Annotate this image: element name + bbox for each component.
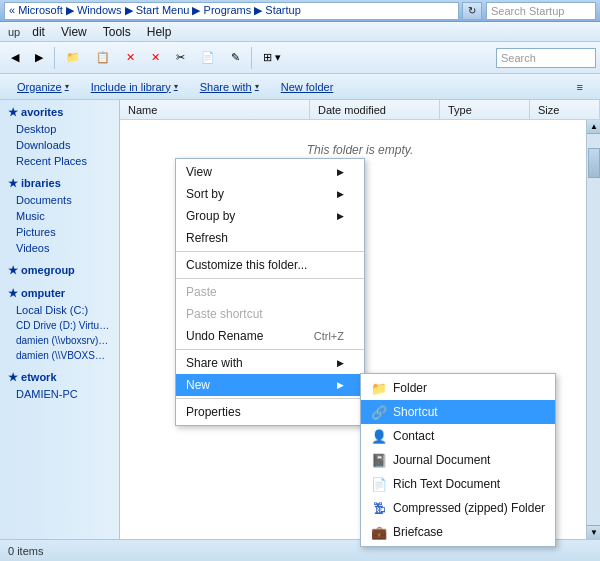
sidebar-section-favorites: ★ avorites Desktop Downloads Recent Plac… (0, 104, 119, 169)
delete2-button[interactable]: ✕ (144, 45, 167, 71)
sidebar-section-homegroup: ★ omegroup (0, 262, 119, 279)
submenu-new-rtf-label: Rich Text Document (393, 477, 500, 491)
col-size-label: Size (538, 104, 559, 116)
context-menu-paste[interactable]: Paste (176, 281, 364, 303)
submenu-new: 📁 Folder 🔗 Shortcut 👤 Contact 📓 Journal … (360, 373, 556, 547)
sidebar-item-local-disk[interactable]: Local Disk (C:) (0, 302, 119, 318)
col-header-date[interactable]: Date modified (310, 100, 440, 119)
context-menu-properties[interactable]: Properties (176, 401, 364, 423)
details-view-icon: ≡ (577, 81, 583, 93)
breadcrumb[interactable]: « Microsoft ▶ Windows ▶ Start Menu ▶ Pro… (4, 2, 459, 20)
sidebar: ★ avorites Desktop Downloads Recent Plac… (0, 100, 120, 539)
include-library-label: Include in library (91, 81, 171, 93)
col-header-type[interactable]: Type (440, 100, 530, 119)
delete-button[interactable]: ✕ (119, 45, 142, 71)
context-menu-view[interactable]: View ▶ (176, 161, 364, 183)
share-with-button[interactable]: Share with ▾ (191, 77, 268, 97)
sidebar-section-computer: ★ omputer Local Disk (C:) CD Drive (D:) … (0, 285, 119, 363)
copy-button[interactable]: 📋 (89, 45, 117, 71)
sidebar-item-desktop[interactable]: Desktop (0, 121, 119, 137)
breadcrumb-text: « Microsoft ▶ Windows ▶ Start Menu ▶ Pro… (9, 4, 301, 17)
sidebar-item-recent[interactable]: Recent Places (0, 153, 119, 169)
submenu-new-folder-label: Folder (393, 381, 427, 395)
briefcase-icon: 💼 (371, 524, 387, 540)
sidebar-item-damien-z[interactable]: damien (\\VBOXSVR) (Z:) (0, 348, 119, 363)
submenu-new-shortcut[interactable]: 🔗 Shortcut (361, 400, 555, 424)
sidebar-item-documents[interactable]: Documents (0, 192, 119, 208)
submenu-new-shortcut-label: Shortcut (393, 405, 438, 419)
new-folder-toolbar-button[interactable]: 📁 (59, 45, 87, 71)
sidebar-item-videos[interactable]: Videos (0, 240, 119, 256)
details-view-button[interactable]: ≡ (568, 77, 592, 97)
sidebar-network-title[interactable]: ★ etwork (0, 369, 119, 386)
submenu-new-journal[interactable]: 📓 Journal Document (361, 448, 555, 472)
submenu-new-briefcase[interactable]: 💼 Briefcase (361, 520, 555, 544)
views-icon: ⊞ (263, 51, 272, 64)
scrollbar-arrow-up[interactable]: ▲ (587, 120, 600, 134)
forward-button[interactable]: ▶ (28, 45, 50, 71)
search-box[interactable]: Search Startup (486, 2, 596, 20)
title-bar: « Microsoft ▶ Windows ▶ Start Menu ▶ Pro… (0, 0, 600, 22)
paste-icon: 📄 (201, 51, 215, 64)
sidebar-item-downloads[interactable]: Downloads (0, 137, 119, 153)
submenu-new-zip[interactable]: 🗜 Compressed (zipped) Folder (361, 496, 555, 520)
scrollbar-arrow-down[interactable]: ▼ (587, 525, 600, 539)
col-header-size[interactable]: Size (530, 100, 600, 119)
sidebar-favorites-title[interactable]: ★ avorites (0, 104, 119, 121)
sidebar-computer-title[interactable]: ★ omputer (0, 285, 119, 302)
contact-icon: 👤 (371, 428, 387, 444)
toolbar-search[interactable]: Search (496, 48, 596, 68)
submenu-new-zip-label: Compressed (zipped) Folder (393, 501, 545, 515)
submenu-new-folder[interactable]: 📁 Folder (361, 376, 555, 400)
context-menu-refresh[interactable]: Refresh (176, 227, 364, 249)
folder-icon: 📁 (371, 380, 387, 396)
menu-edit[interactable]: dit (24, 24, 53, 40)
menu-view[interactable]: View (53, 24, 95, 40)
sidebar-item-damien-e[interactable]: damien (\\vboxsrv) (E:) (0, 333, 119, 348)
menu-tools[interactable]: Tools (95, 24, 139, 40)
context-menu-undo-rename[interactable]: Undo Rename Ctrl+Z (176, 325, 364, 347)
context-menu-sort-by[interactable]: Sort by ▶ (176, 183, 364, 205)
separator-1 (176, 251, 364, 252)
column-headers: Name Date modified Type Size (120, 100, 600, 120)
col-header-name[interactable]: Name (120, 100, 310, 119)
back-button[interactable]: ◀ (4, 45, 26, 71)
include-arrow: ▾ (174, 82, 178, 91)
menu-help[interactable]: Help (139, 24, 180, 40)
sidebar-homegroup-title[interactable]: ★ omegroup (0, 262, 119, 279)
rtf-icon: 📄 (371, 476, 387, 492)
new-folder-button[interactable]: New folder (272, 77, 343, 97)
sidebar-item-cd-drive[interactable]: CD Drive (D:) VirtualBox G (0, 318, 119, 333)
delete-icon: ✕ (126, 51, 135, 64)
context-menu-group-by[interactable]: Group by ▶ (176, 205, 364, 227)
copy-icon: 📋 (96, 51, 110, 64)
context-menu-paste-shortcut[interactable]: Paste shortcut (176, 303, 364, 325)
context-menu-share-with[interactable]: Share with ▶ (176, 352, 364, 374)
toolbar-separator-1 (54, 47, 55, 69)
menu-bar: up dit View Tools Help (0, 22, 600, 42)
cut-button[interactable]: ✂ (169, 45, 192, 71)
cut-icon: ✂ (176, 51, 185, 64)
submenu-new-contact[interactable]: 👤 Contact (361, 424, 555, 448)
submenu-new-rtf[interactable]: 📄 Rich Text Document (361, 472, 555, 496)
sidebar-item-damien-pc[interactable]: DAMIEN-PC (0, 386, 119, 402)
context-menu-customize[interactable]: Customize this folder... (176, 254, 364, 276)
paste-button[interactable]: 📄 (194, 45, 222, 71)
journal-icon: 📓 (371, 452, 387, 468)
separator-3 (176, 349, 364, 350)
view-submenu-arrow: ▶ (337, 167, 344, 177)
context-menu-new[interactable]: New ▶ (176, 374, 364, 396)
action-bar: Organize ▾ Include in library ▾ Share wi… (0, 74, 600, 100)
vertical-scrollbar[interactable]: ▲ ▼ (586, 120, 600, 539)
new-submenu-arrow: ▶ (337, 380, 344, 390)
sidebar-libraries-title[interactable]: ★ ibraries (0, 175, 119, 192)
views-button[interactable]: ⊞▾ (256, 45, 288, 71)
sidebar-item-pictures[interactable]: Pictures (0, 224, 119, 240)
organize-label: Organize (17, 81, 62, 93)
include-library-button[interactable]: Include in library ▾ (82, 77, 187, 97)
refresh-button[interactable]: ↻ (462, 2, 482, 20)
rename-button[interactable]: ✎ (224, 45, 247, 71)
sidebar-item-music[interactable]: Music (0, 208, 119, 224)
scrollbar-thumb[interactable] (588, 148, 600, 178)
organize-button[interactable]: Organize ▾ (8, 77, 78, 97)
